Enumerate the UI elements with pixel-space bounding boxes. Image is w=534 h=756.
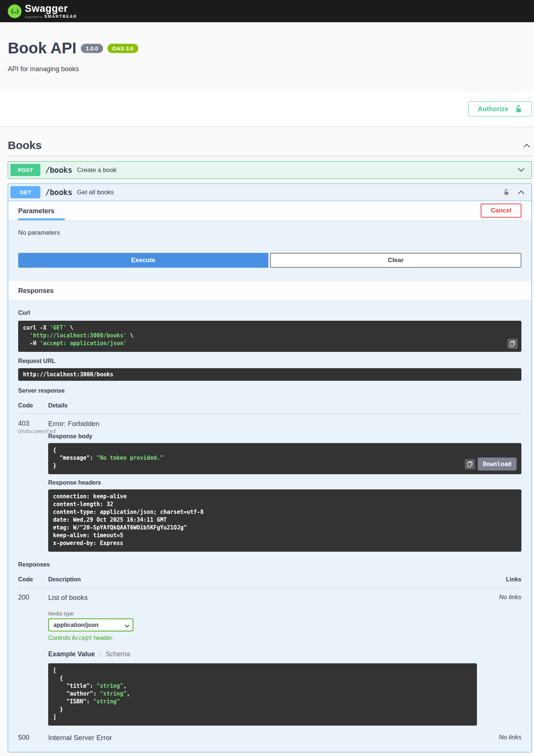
response-description: Internal Server Error (48, 734, 477, 742)
authorize-button[interactable]: Authorize (468, 101, 532, 117)
accept-note-header-name: Accept (72, 635, 92, 641)
authorize-label: Authorize (478, 105, 508, 113)
chevron-up-icon (523, 143, 530, 148)
server-response-table: Code Details 403 Undocumented Error: For… (18, 399, 521, 552)
col-header-code: Code (18, 576, 48, 583)
cancel-button[interactable]: Cancel (481, 204, 521, 218)
col-header-description: Description (48, 576, 477, 583)
swagger-braces-glyph: {…} (10, 8, 19, 14)
brand-mark: . (68, 9, 69, 13)
col-header-code: Code (18, 402, 48, 409)
links-value: No links (499, 594, 521, 601)
no-parameters-text: No parameters (8, 220, 531, 253)
response-description: Error: Forbidden (48, 420, 521, 428)
response-body-block: { "message": "No token provided." } (48, 443, 521, 474)
lock-icon (503, 188, 510, 196)
request-url-value: http://localhost:3000/books (18, 368, 521, 381)
response-headers-label: Response headers (48, 479, 521, 486)
chevron-up-icon (518, 190, 525, 195)
response-headers-block: connection: keep-alive content-length: 3… (48, 489, 521, 552)
opblock-body: Parameters Cancel No parameters Execute … (8, 201, 531, 752)
brand-title: Swagger (25, 4, 68, 14)
scheme-container: Authorize (0, 92, 534, 126)
tag-section-books[interactable]: Books (8, 136, 532, 156)
execute-wrapper: Execute Clear (8, 253, 531, 281)
tab-separator (100, 651, 100, 658)
status-code: 403 (18, 420, 48, 427)
responses-table: Code Description Links 200 List of books… (18, 572, 521, 742)
media-type-label: Media type (48, 611, 477, 617)
tab-parameters: Parameters (18, 202, 65, 220)
response-body-text[interactable]: { "message": "No token provided." } (48, 443, 521, 474)
opblock-post-books: POST /books Create a book (8, 161, 532, 179)
controls-accept-note: Controls Accept header. (48, 635, 477, 641)
method-badge-post: POST (10, 164, 40, 176)
links-value: No links (499, 734, 521, 741)
responses-section-header: Responses (8, 281, 531, 300)
response-row-200: 200 List of books Media type application… (18, 588, 521, 726)
topbar: {…} Swagger . Supported by SMARTBEAR (0, 0, 534, 22)
collapse-books-button[interactable] (522, 142, 532, 149)
opblock-summary-post-books[interactable]: POST /books Create a book (8, 162, 531, 178)
execute-button[interactable]: Execute (18, 253, 268, 268)
curl-label: Curl (18, 310, 521, 316)
curl-command-text[interactable]: curl -X 'GET' \ 'http://localhost:3000/b… (18, 321, 521, 352)
unlock-icon (515, 105, 523, 113)
tab-example-value[interactable]: Example Value (48, 650, 95, 658)
collapse-get-books-button[interactable] (516, 188, 526, 196)
opblock-get-books: GET /books Get all books (8, 184, 532, 752)
model-example-tabs: Example Value Schema (48, 650, 477, 658)
oas-badge: OAS 3.0 (107, 44, 139, 53)
server-response-row-403: 403 Undocumented Error: Forbidden Respon… (18, 414, 521, 552)
op-summary: Create a book (77, 166, 117, 174)
swagger-logo-icon: {…} (8, 4, 21, 18)
method-badge-get: GET (10, 186, 40, 198)
accept-note-prefix: Controls (48, 635, 72, 641)
request-url-label: Request URL (18, 358, 521, 364)
copy-icon (510, 341, 515, 347)
response-description: List of books (48, 594, 477, 602)
op-summary: Get all books (77, 189, 114, 196)
response-row-500: 500 Internal Server Error No links (18, 726, 521, 742)
response-headers-text: connection: keep-alive content-length: 3… (48, 489, 521, 552)
undocumented-label: Undocumented (18, 428, 48, 434)
parameters-section-header: Parameters Cancel (8, 201, 531, 220)
copy-icon (467, 461, 472, 467)
chevron-down-icon (518, 168, 525, 172)
responses-label: Responses (18, 561, 521, 568)
download-button[interactable]: Download (478, 458, 517, 471)
expand-post-books-button[interactable] (516, 166, 526, 174)
tab-schema[interactable]: Schema (106, 650, 130, 658)
col-header-links: Links (477, 576, 521, 583)
copy-curl-button[interactable] (507, 339, 518, 349)
media-type-select[interactable]: application/json (48, 618, 133, 631)
info-section: Book API 1.0.0 OAS 3.0 API for managing … (0, 22, 534, 92)
page-title: Book API (8, 39, 76, 57)
op-path: /books (45, 166, 72, 175)
swagger-logo[interactable]: {…} Swagger . Supported by SMARTBEAR (8, 4, 77, 19)
supported-by-label: Supported by (25, 16, 43, 19)
example-value-block: [ { "title": "string", "author": "string… (48, 663, 477, 726)
op-path: /books (45, 188, 72, 197)
tag-title: Books (8, 139, 42, 152)
copy-response-button[interactable] (465, 459, 475, 469)
clear-button[interactable]: Clear (270, 253, 522, 268)
responses-header-title: Responses (18, 287, 54, 295)
auth-lock-button[interactable] (502, 187, 511, 198)
api-description: API for managing books (8, 65, 532, 73)
sponsor-label: SMARTBEAR (44, 14, 77, 19)
server-response-label: Server response (18, 387, 521, 394)
response-body-label: Response body (48, 433, 521, 440)
accept-note-suffix: header. (92, 635, 113, 641)
api-title-row: Book API 1.0.0 OAS 3.0 (8, 39, 532, 57)
status-code: 200 (18, 594, 48, 601)
curl-command-block: curl -X 'GET' \ 'http://localhost:3000/b… (18, 321, 521, 352)
status-code: 500 (18, 734, 48, 742)
version-badge: 1.0.0 (81, 44, 103, 53)
example-value-text: [ { "title": "string", "author": "string… (48, 663, 477, 726)
opblock-summary-get-books[interactable]: GET /books Get all books (8, 184, 531, 201)
col-header-details: Details (48, 402, 521, 409)
